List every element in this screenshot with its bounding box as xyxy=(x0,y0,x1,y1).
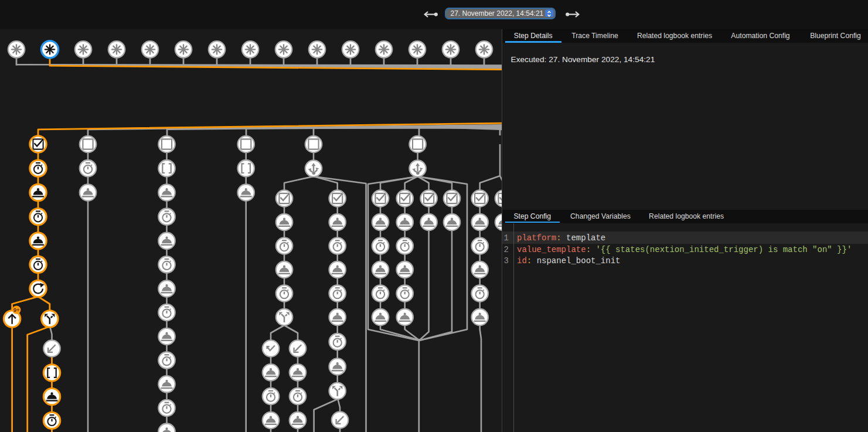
svg-text:9+: 9+ xyxy=(13,307,20,313)
